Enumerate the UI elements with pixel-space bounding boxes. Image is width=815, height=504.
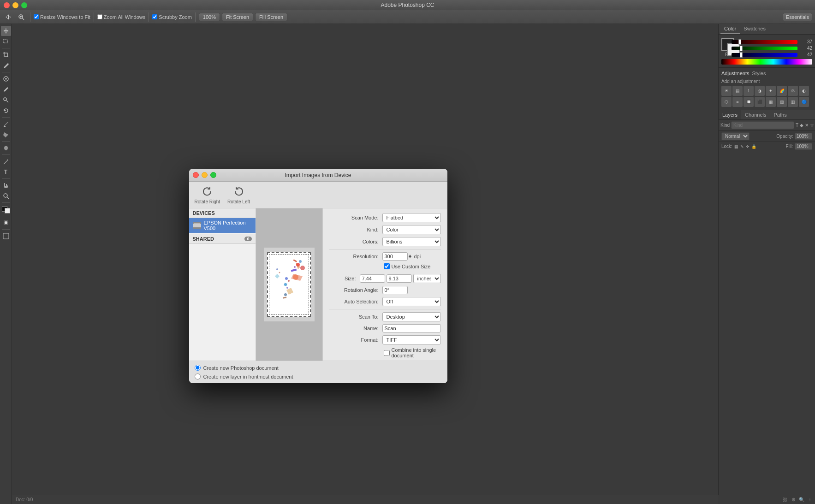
blend-mode-select[interactable]: Normal <box>721 132 750 140</box>
tab-paths[interactable]: Paths <box>770 110 791 119</box>
format-select[interactable]: TIFF <box>382 335 441 344</box>
fit-screen-button[interactable]: Fit Screen <box>222 13 253 21</box>
lock-transparency-icon[interactable]: ▦ <box>734 144 738 149</box>
scrubby-zoom-checkbox[interactable]: Scrubby Zoom <box>152 14 192 20</box>
adj-bw[interactable]: ◐ <box>799 86 809 96</box>
layer-icon2[interactable]: ◆ <box>800 122 803 129</box>
dialog-close-btn[interactable] <box>193 172 199 178</box>
resize-windows-checkbox[interactable]: Resize Windows to Fit <box>34 14 90 20</box>
size-width-input[interactable] <box>360 274 385 283</box>
adj-selective-color[interactable]: 🔵 <box>799 97 809 107</box>
adj-invert[interactable]: ⬛ <box>755 97 765 107</box>
tool-quick-mask[interactable] <box>1 218 11 228</box>
size-unit-select[interactable]: inches <box>413 274 441 283</box>
tool-hand[interactable] <box>1 180 11 190</box>
rotation-input[interactable] <box>382 286 408 294</box>
layers-search-input[interactable] <box>731 121 794 129</box>
tool-eraser[interactable] <box>1 119 11 129</box>
bottom-icon3[interactable]: 🔍 <box>798 497 805 503</box>
tool-history-brush[interactable] <box>1 106 11 116</box>
adj-brightness[interactable]: ☀ <box>721 86 732 96</box>
adj-color-lookup[interactable]: 🔲 <box>744 97 754 107</box>
epson-device-item[interactable]: EPSON Perfection V500 <box>189 218 256 233</box>
tool-heal[interactable] <box>1 74 11 84</box>
tab-adjustments[interactable]: Adjustments <box>721 71 750 76</box>
scan-to-select[interactable]: Desktop <box>382 312 441 321</box>
bottom-icon2[interactable]: ⚙ <box>790 497 797 503</box>
dialog-maximize-btn[interactable] <box>210 172 216 178</box>
adj-gradient-map[interactable]: ▥ <box>788 97 798 107</box>
dialog-minimize-btn[interactable] <box>202 172 208 178</box>
fill-screen-button[interactable]: Fill Screen <box>255 13 287 21</box>
adj-channel-mixer[interactable]: ≡ <box>732 97 743 107</box>
auto-selection-select[interactable]: Off <box>382 297 441 306</box>
essentials-select[interactable]: Essentials <box>783 13 812 21</box>
tool-clone[interactable] <box>1 95 11 105</box>
maximize-button[interactable] <box>21 2 27 8</box>
layer-icon4[interactable]: ☆ <box>810 122 814 129</box>
rotate-left-button[interactable]: Rotate Left <box>227 185 250 204</box>
adj-curves[interactable]: ⌇ <box>744 86 754 96</box>
tool-crop[interactable] <box>1 50 11 60</box>
combine-checkbox-row[interactable]: Combine into single document <box>384 347 441 358</box>
adj-exposure[interactable]: ◑ <box>755 86 765 96</box>
tab-styles[interactable]: Styles <box>752 71 766 76</box>
title-bar-buttons[interactable] <box>4 2 27 8</box>
combine-checkbox[interactable] <box>384 350 390 356</box>
tab-color[interactable]: Color <box>720 24 740 34</box>
custom-size-checkbox[interactable] <box>384 263 390 269</box>
fill-input[interactable] <box>795 143 812 150</box>
resolution-input[interactable] <box>382 252 408 261</box>
radio-new-layer[interactable] <box>195 374 201 379</box>
tab-channels[interactable]: Channels <box>741 110 770 119</box>
zoom-tool-btn[interactable] <box>16 13 27 21</box>
scan-preview[interactable] <box>256 208 323 361</box>
lock-image-icon[interactable]: ✎ <box>740 144 744 149</box>
dialog-window-buttons[interactable] <box>193 172 216 178</box>
adj-colorbalance[interactable]: ⚖ <box>788 86 798 96</box>
tab-layers[interactable]: Layers <box>719 110 741 119</box>
tool-move[interactable] <box>1 26 11 36</box>
adj-posterize[interactable]: ▦ <box>766 97 776 107</box>
tab-swatches[interactable]: Swatches <box>740 24 769 34</box>
close-button[interactable] <box>4 2 10 8</box>
zoom-all-checkbox[interactable]: Zoom All Windows <box>97 14 145 20</box>
adj-threshold[interactable]: ▧ <box>777 97 787 107</box>
tool-pen[interactable] <box>1 156 11 166</box>
tool-brush[interactable] <box>1 84 11 95</box>
tool-paint-bucket[interactable] <box>1 130 11 140</box>
bottom-icon4[interactable]: ↑ <box>807 497 813 503</box>
zoom-level-input[interactable]: 100% <box>199 13 220 21</box>
tool-screen-mode[interactable] <box>1 231 11 241</box>
adj-levels[interactable]: ▤ <box>732 86 743 96</box>
opacity-input[interactable] <box>795 133 812 140</box>
radio-new-doc[interactable] <box>195 365 201 371</box>
rotate-right-button[interactable]: Rotate Right <box>195 185 220 204</box>
custom-size-checkbox-row[interactable]: Use Custom Size <box>384 263 431 269</box>
size-height-input[interactable] <box>387 274 412 283</box>
lock-position-icon[interactable]: ✛ <box>746 144 750 149</box>
color-spectrum[interactable] <box>721 59 812 65</box>
layer-icon1[interactable]: T <box>796 122 798 129</box>
layer-icon3[interactable]: ✕ <box>805 122 809 129</box>
move-tool-btn[interactable] <box>3 13 14 21</box>
fg-bg-colors[interactable] <box>1 204 11 214</box>
bottom-icon1[interactable]: ⛓ <box>782 497 788 503</box>
colors-select[interactable]: Billions <box>382 237 441 246</box>
kind-select[interactable]: Color <box>382 225 441 234</box>
tool-text[interactable]: T <box>1 167 11 177</box>
name-input[interactable] <box>382 324 441 332</box>
radio-row1[interactable]: Create new Photoshop document <box>195 365 442 371</box>
svg-rect-4 <box>4 39 7 43</box>
minimize-button[interactable] <box>12 2 18 8</box>
tool-selection[interactable] <box>1 36 11 47</box>
radio-row2[interactable]: Create new layer in frontmost document <box>195 374 442 379</box>
adj-vibrance[interactable]: ✦ <box>766 86 776 96</box>
tool-zoom-canvas[interactable] <box>1 191 11 201</box>
scan-mode-select[interactable]: Flatbed <box>382 213 441 222</box>
lock-all-icon[interactable]: 🔒 <box>751 144 756 149</box>
adj-hsl[interactable]: 🌈 <box>777 86 787 96</box>
tool-eyedropper[interactable] <box>1 60 11 71</box>
adj-photo-filter[interactable]: ⬡ <box>721 97 732 107</box>
tool-dodge[interactable] <box>1 143 11 153</box>
